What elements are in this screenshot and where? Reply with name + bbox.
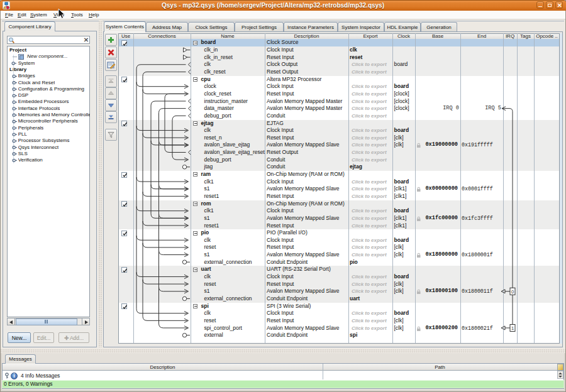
- svg-text:1: 1: [511, 325, 514, 331]
- svg-text:0: 0: [511, 289, 514, 295]
